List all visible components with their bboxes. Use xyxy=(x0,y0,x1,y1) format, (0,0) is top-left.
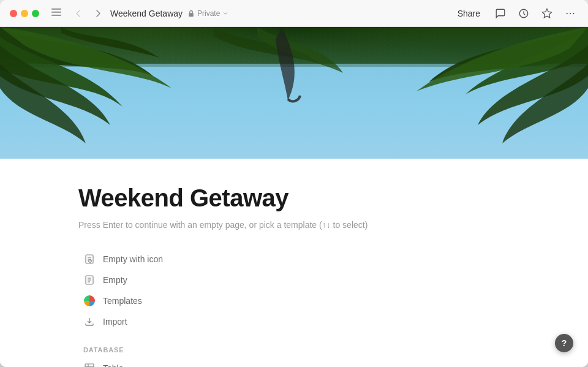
svg-rect-0 xyxy=(51,9,61,10)
chevron-down-icon xyxy=(222,10,228,17)
database-section: DATABASE xyxy=(78,346,478,354)
option-empty[interactable]: Empty xyxy=(78,270,478,290)
option-empty-with-icon[interactable]: Empty with icon xyxy=(78,249,478,269)
share-button[interactable]: Share xyxy=(453,6,485,21)
page-title-area: Weekend Getaway Private xyxy=(110,9,448,18)
option-import-label: Import xyxy=(103,317,127,327)
history-button[interactable] xyxy=(516,7,532,20)
close-button[interactable] xyxy=(10,10,17,17)
sidebar-toggle-button[interactable] xyxy=(49,6,64,21)
svg-rect-2 xyxy=(51,15,61,16)
more-button[interactable] xyxy=(562,7,578,20)
svg-rect-3 xyxy=(189,13,194,17)
svg-point-7 xyxy=(570,12,571,13)
database-options-list: Table Board xyxy=(78,358,478,367)
svg-point-8 xyxy=(573,12,574,13)
favorite-button[interactable] xyxy=(539,7,555,20)
import-icon xyxy=(83,316,96,328)
back-button[interactable] xyxy=(71,7,86,20)
page-body: Weekend Getaway Press Enter to continue … xyxy=(0,159,551,367)
svg-rect-1 xyxy=(51,12,61,13)
page-content: Weekend Getaway Press Enter to continue … xyxy=(0,27,588,367)
database-section-label: DATABASE xyxy=(78,346,478,354)
minimize-button[interactable] xyxy=(21,10,28,17)
help-button[interactable]: ? xyxy=(555,334,573,352)
option-table[interactable]: Table xyxy=(78,358,478,367)
page-title: Weekend Getaway xyxy=(110,9,183,18)
options-list: Empty with icon Empty xyxy=(78,249,478,331)
clock-icon xyxy=(518,8,529,19)
titlebar-actions: Share xyxy=(453,6,578,21)
option-table-label: Table xyxy=(103,363,123,367)
table-icon xyxy=(83,362,96,367)
hint-text[interactable]: Press Enter to continue with an empty pa… xyxy=(78,220,478,230)
privacy-label: Private xyxy=(197,9,220,18)
comment-icon xyxy=(495,8,506,19)
palm-illustration xyxy=(0,27,588,159)
hero-banner xyxy=(0,27,588,159)
option-templates[interactable]: Templates xyxy=(78,291,478,311)
page-heading: Weekend Getaway xyxy=(78,183,478,213)
option-templates-label: Templates xyxy=(103,296,142,306)
option-empty-icon-label: Empty with icon xyxy=(103,254,163,264)
templates-icon xyxy=(83,295,96,307)
forward-button[interactable] xyxy=(91,7,105,20)
comment-button[interactable] xyxy=(492,7,508,20)
svg-point-6 xyxy=(567,12,568,13)
traffic-lights xyxy=(10,10,39,17)
empty-doc-icon xyxy=(83,274,96,286)
empty-icon-icon xyxy=(83,253,96,265)
lock-icon xyxy=(187,10,195,17)
star-icon xyxy=(541,8,552,19)
maximize-button[interactable] xyxy=(32,10,39,17)
ellipsis-icon xyxy=(565,8,576,19)
option-empty-label: Empty xyxy=(103,275,127,285)
svg-marker-5 xyxy=(543,9,552,17)
option-import[interactable]: Import xyxy=(78,312,478,331)
app-window: Weekend Getaway Private Share xyxy=(0,0,588,367)
privacy-badge[interactable]: Private xyxy=(187,9,228,18)
titlebar: Weekend Getaway Private Share xyxy=(0,0,588,27)
